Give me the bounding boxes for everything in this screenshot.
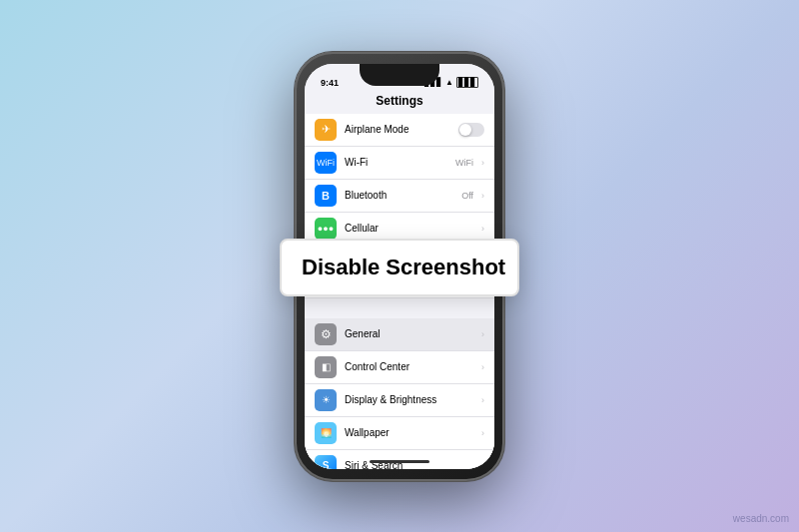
wifi-icon: ▲ [445,78,453,87]
settings-item-wallpaper[interactable]: 🌅 Wallpaper › [305,417,494,450]
airplane-icon: ✈ [315,119,337,141]
settings-item-general[interactable]: ⚙ General › [305,318,494,351]
wifi-arrow: › [481,158,484,168]
display-label: Display & Brightness [345,394,473,405]
bluetooth-label: Bluetooth [345,190,453,201]
settings-item-controlcenter[interactable]: ◧ Control Center › [305,351,494,384]
airplane-label: Airplane Mode [345,124,450,135]
bluetooth-arrow: › [481,191,484,201]
status-time: 9:41 [321,78,339,88]
home-indicator [370,460,429,463]
section-divider-2 [305,298,494,318]
cellular-icon: ●●● [315,218,337,240]
settings-item-wifi[interactable]: WiFi Wi-Fi WiFi › [305,147,494,180]
display-arrow: › [481,395,484,405]
cellular-arrow: › [481,224,484,234]
wallpaper-label: Wallpaper [345,427,473,438]
cellular-label: Cellular [345,223,473,234]
settings-item-airplane: ✈ Airplane Mode [305,114,494,147]
wifi-value: WiFi [455,158,473,168]
wallpaper-icon: 🌅 [315,422,337,444]
battery-icon: ▋▋▋ [456,77,478,88]
general-label: General [345,328,473,339]
wallpaper-arrow: › [481,428,484,438]
watermark: wesadn.com [733,513,789,524]
wifi-label: Wi-Fi [345,157,447,168]
settings-item-bluetooth[interactable]: B Bluetooth Off › [305,180,494,213]
bluetooth-value: Off [461,191,473,201]
settings-group-3: ⚙ General › ◧ Control Center › ☀ Display… [305,318,494,469]
overlay-label: Disable Screenshot [280,239,519,296]
phone-notch [360,64,439,86]
settings-group-1: ✈ Airplane Mode WiFi Wi-Fi WiFi › B Blue… [305,114,494,246]
general-arrow: › [481,329,484,339]
settings-item-display[interactable]: ☀ Display & Brightness › [305,384,494,417]
controlcenter-label: Control Center [345,361,473,372]
controlcenter-icon: ◧ [315,356,337,378]
siri-icon: S [315,455,337,469]
display-icon: ☀ [315,389,337,411]
siri-arrow: › [481,461,484,469]
airplane-toggle[interactable] [458,123,484,137]
wifi-settings-icon: WiFi [315,152,337,174]
overlay-label-text: Disable Screenshot [302,255,505,279]
controlcenter-arrow: › [481,362,484,372]
settings-header: Settings [305,92,494,114]
general-icon: ⚙ [315,323,337,345]
bluetooth-icon: B [315,185,337,207]
